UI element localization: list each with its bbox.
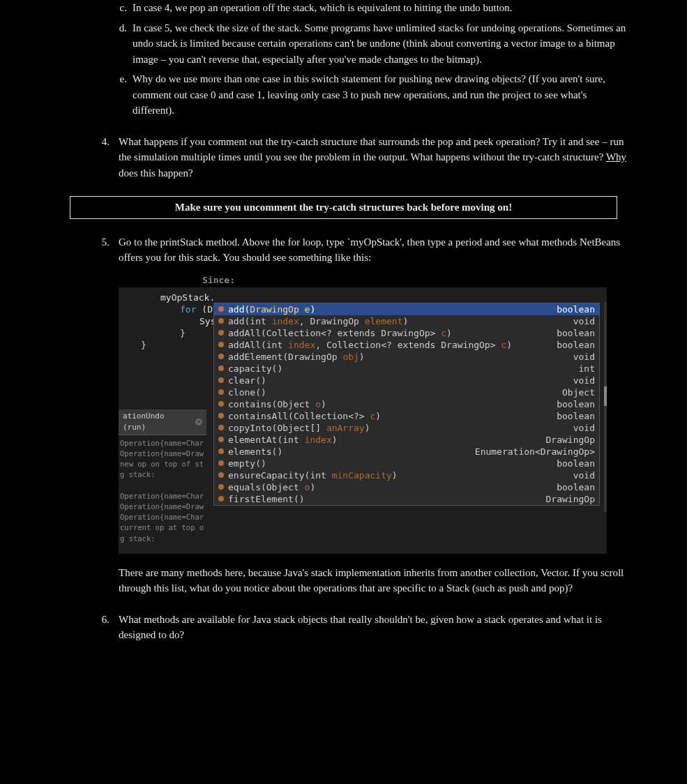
completion-item[interactable]: addElement(DrawingOp obj)void [214, 351, 599, 363]
method-icon [218, 484, 224, 490]
completion-return-type: boolean [557, 410, 595, 422]
completion-item[interactable]: capacity()int [214, 363, 599, 375]
completion-item[interactable]: empty()boolean [214, 458, 599, 469]
list-item-4: 4. What happens if you comment out the t… [56, 134, 631, 181]
completion-return-type: DrawingOp [546, 434, 595, 446]
method-icon [218, 354, 224, 359]
method-icon [218, 413, 224, 419]
method-icon [218, 330, 224, 336]
completion-signature: firstElement() [228, 493, 546, 505]
completion-signature: elements() [228, 446, 475, 458]
main-list: 4. What happens if you comment out the t… [56, 134, 631, 181]
completion-return-type: boolean [557, 327, 595, 339]
text-post: does this happen? [119, 167, 193, 179]
completion-item[interactable]: clone()Object [214, 386, 599, 398]
method-icon [218, 342, 224, 347]
text: Why do we use more than one case in this… [133, 73, 605, 116]
text: In case 4, we pop an operation off the s… [133, 2, 513, 13]
completion-return-type: boolean [557, 458, 595, 469]
marker: 4. [94, 134, 110, 150]
completion-signature: capacity() [228, 363, 579, 375]
output-line: g stack: [120, 469, 211, 480]
output-line: Operation{name=Draw [120, 448, 211, 459]
method-icon [218, 496, 224, 502]
completion-item[interactable]: firstElement()DrawingOp [214, 493, 599, 505]
completion-signature: addAll(Collection<? extends DrawingOp> c… [228, 327, 557, 339]
output-pane: ationUndo (run) × Operation{name=CharOpe… [119, 409, 211, 544]
output-line: Operation{name=Char [120, 491, 211, 502]
ide-doc-header: Since: [119, 274, 607, 287]
method-icon [218, 377, 224, 383]
completion-item[interactable]: addAll(int index, Collection<? extends D… [214, 339, 599, 351]
completion-item[interactable]: add(int index, DrawingOp element)void [214, 315, 599, 327]
list-item-5: 5. Go to the printStack method. Above th… [56, 234, 631, 596]
document-page: c. In case 4, we pop an operation off th… [0, 0, 687, 685]
completion-signature: clear() [228, 375, 573, 386]
output-body: Operation{name=CharOperation{name=Drawne… [119, 435, 211, 544]
list-item-6: 6. What methods are available for Java s… [56, 612, 631, 643]
completion-signature: add(DrawingOp e) [228, 303, 557, 315]
completion-return-type: void [573, 351, 595, 363]
method-icon [218, 448, 224, 454]
completion-return-type: void [573, 315, 595, 327]
completion-signature: copyInto(Object[] anArray) [228, 422, 573, 434]
text-pre: What happens if you comment out the try-… [119, 136, 624, 163]
method-icon [218, 472, 224, 478]
underlined-why: Why [606, 151, 626, 163]
scrollbar-thumb[interactable] [604, 386, 607, 406]
completion-item[interactable]: elementAt(int index)DrawingOp [214, 434, 599, 446]
list-item-e: e. Why do we use more than one case in t… [98, 71, 631, 119]
completion-signature: add(int index, DrawingOp element) [228, 315, 573, 327]
completion-item[interactable]: elements()Enumeration<DrawingOp> [214, 446, 599, 458]
completion-return-type: boolean [557, 398, 595, 410]
completion-signature: elementAt(int index) [228, 434, 546, 446]
completion-return-type: boolean [557, 481, 595, 493]
completion-item[interactable]: equals(Object o)boolean [214, 481, 599, 493]
scrollbar[interactable] [604, 303, 607, 512]
callout-box: Make sure you uncomment the try-catch st… [70, 196, 617, 219]
close-icon[interactable]: × [195, 419, 202, 425]
output-line: Operation{name=Draw [120, 502, 211, 512]
completion-signature: clone() [228, 386, 562, 398]
code-completion-popup[interactable]: add(DrawingOp e)booleanadd(int index, Dr… [213, 303, 600, 506]
text: What methods are available for Java stac… [119, 614, 602, 641]
list-item-d: d. In case 5, we check the size of the s… [98, 20, 631, 68]
completion-signature: addElement(DrawingOp obj) [228, 351, 573, 363]
method-icon [218, 318, 224, 324]
completion-signature: equals(Object o) [228, 481, 557, 493]
completion-return-type: Object [562, 386, 595, 398]
callout-text: Make sure you uncomment the try-catch st… [175, 202, 512, 213]
output-line: g stack: [120, 534, 211, 544]
completion-item[interactable]: ensureCapacity(int minCapacity)void [214, 469, 599, 481]
sublist-alpha: c. In case 4, we pop an operation off th… [56, 0, 631, 119]
marker: 5. [94, 234, 110, 250]
output-line: Operation{name=Char [120, 438, 211, 448]
completion-signature: addAll(int index, Collection<? extends D… [228, 339, 557, 351]
code-line: myOpStack. [124, 292, 607, 303]
completion-item[interactable]: add(DrawingOp e)boolean [214, 303, 599, 315]
completion-return-type: Enumeration<DrawingOp> [475, 446, 595, 458]
output-line: Operation{name=Char [120, 512, 211, 522]
output-tab-label: ationUndo (run) [123, 411, 191, 433]
method-icon [218, 460, 224, 466]
text: In case 5, we check the size of the stac… [133, 22, 626, 65]
marker: 6. [94, 612, 110, 628]
completion-item[interactable]: addAll(Collection<? extends DrawingOp> c… [214, 327, 599, 339]
method-icon [218, 389, 224, 395]
completion-return-type: void [573, 469, 595, 481]
text-after: There are many methods here, because Jav… [119, 567, 624, 594]
completion-signature: empty() [228, 458, 557, 469]
output-line [120, 480, 211, 490]
completion-item[interactable]: containsAll(Collection<?> c)boolean [214, 410, 599, 422]
output-line: current op at top o [120, 522, 211, 533]
completion-item[interactable]: contains(Object o)boolean [214, 398, 599, 410]
ide-screenshot: Since: myOpStack. for (Dra Syst } } atio… [119, 274, 607, 554]
completion-signature: contains(Object o) [228, 398, 557, 410]
completion-item[interactable]: clear()void [214, 375, 599, 386]
completion-return-type: void [573, 375, 595, 386]
output-tab[interactable]: ationUndo (run) × [119, 409, 206, 435]
method-icon [218, 401, 224, 407]
output-line: new op on top of st [120, 459, 211, 469]
completion-return-type: boolean [557, 303, 595, 315]
completion-item[interactable]: copyInto(Object[] anArray)void [214, 422, 599, 434]
